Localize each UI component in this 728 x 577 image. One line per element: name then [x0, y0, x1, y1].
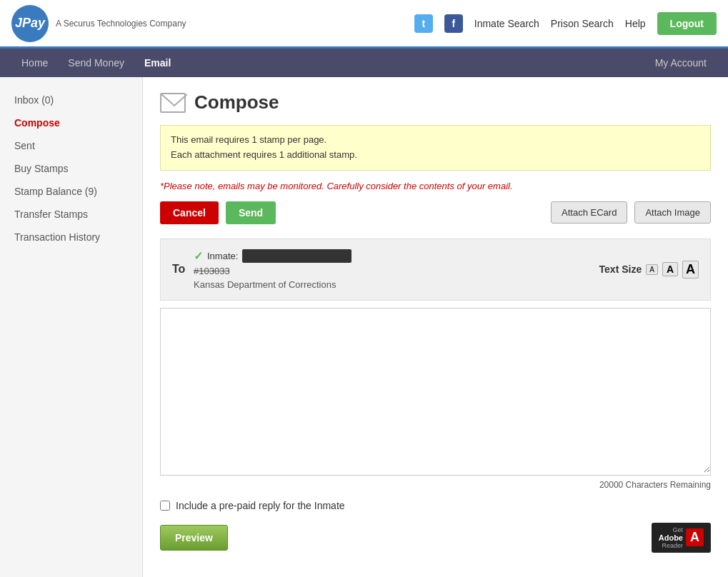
inmate-name: [242, 249, 351, 263]
help-link[interactable]: Help: [625, 18, 646, 29]
adobe-get: Get: [672, 526, 683, 533]
sidebar-item-buy-stamps[interactable]: Buy Stamps: [0, 157, 142, 180]
inmate-line: ✓ Inmate:: [194, 249, 599, 263]
compose-textarea[interactable]: [161, 308, 710, 473]
compose-area-wrapper: [160, 308, 711, 476]
sidebar-item-compose[interactable]: Compose: [0, 111, 142, 134]
adobe-sub: Reader: [662, 542, 683, 549]
nav-email[interactable]: Email: [134, 49, 181, 77]
sidebar-item-stamp-balance[interactable]: Stamp Balance (9): [0, 180, 142, 203]
main-nav: Home Send Money Email My Account: [0, 49, 728, 77]
nav-home[interactable]: Home: [11, 49, 58, 77]
department-name: Kansas Department of Corrections: [194, 279, 599, 290]
send-button[interactable]: Send: [226, 201, 276, 224]
sidebar-item-sent[interactable]: Sent: [0, 134, 142, 157]
attach-image-button[interactable]: Attach Image: [634, 201, 711, 224]
text-size-medium[interactable]: A: [662, 262, 678, 276]
sidebar-item-transfer-stamps[interactable]: Transfer Stamps: [0, 203, 142, 226]
page-title: Compose: [194, 91, 279, 114]
compose-header: Compose: [160, 91, 711, 114]
prepaid-row: Include a pre-paid reply for the Inmate: [160, 500, 711, 511]
text-size-small[interactable]: A: [646, 264, 658, 275]
attach-ecard-button[interactable]: Attach ECard: [551, 201, 627, 224]
char-remaining: 20000 Characters Remaining: [160, 480, 711, 490]
nav-my-account[interactable]: My Account: [645, 49, 717, 77]
top-nav: t f Inmate Search Prison Search Help Log…: [414, 12, 717, 35]
main-content: Compose This email requires 1 stamp per …: [143, 77, 728, 577]
adobe-icon: A: [686, 528, 704, 546]
to-label: To: [172, 263, 194, 276]
adobe-label: Adobe: [659, 533, 683, 542]
text-size-large[interactable]: A: [682, 261, 699, 279]
checkmark-icon: ✓: [194, 249, 203, 263]
nav-send-money[interactable]: Send Money: [58, 49, 134, 77]
logout-button[interactable]: Logout: [657, 12, 717, 35]
sidebar-item-inbox[interactable]: Inbox (0): [0, 89, 142, 111]
inmate-label: Inmate:: [207, 251, 238, 261]
sidebar: Inbox (0) Compose Sent Buy Stamps Stamp …: [0, 77, 143, 577]
info-box: This email requires 1 stamp per page. Ea…: [160, 125, 711, 171]
info-line2: Each attachment requires 1 additional st…: [171, 148, 700, 163]
logo-area: JPay A Securus Technologies Company: [11, 5, 414, 42]
prepaid-label: Include a pre-paid reply for the Inmate: [176, 500, 345, 511]
top-bar: JPay A Securus Technologies Company t f …: [0, 0, 728, 49]
bottom-row: Preview Get Adobe Reader A: [160, 523, 711, 553]
inmate-id: #103033: [194, 266, 599, 276]
prison-search-link[interactable]: Prison Search: [551, 18, 614, 29]
prepaid-checkbox[interactable]: [160, 501, 170, 511]
preview-button[interactable]: Preview: [160, 525, 228, 551]
action-buttons: Cancel Send Attach ECard Attach Image: [160, 201, 711, 224]
info-line1: This email requires 1 stamp per page.: [171, 133, 700, 148]
facebook-icon[interactable]: f: [444, 14, 463, 33]
twitter-icon[interactable]: t: [414, 14, 433, 33]
jpay-logo: JPay: [11, 5, 49, 42]
securus-text: A Securus Technologies Company: [56, 19, 186, 29]
text-size-label: Text Size: [599, 264, 642, 275]
sidebar-item-transaction-history[interactable]: Transaction History: [0, 226, 142, 249]
to-area: To ✓ Inmate: #103033 Kansas Department o…: [160, 239, 711, 301]
warning-text: *Please note, emails may be monitored. C…: [160, 181, 711, 191]
to-info: ✓ Inmate: #103033 Kansas Department of C…: [194, 249, 599, 290]
cancel-button[interactable]: Cancel: [160, 201, 219, 224]
inmate-search-link[interactable]: Inmate Search: [474, 18, 539, 29]
text-size-controls: Text Size A A A: [599, 261, 699, 279]
adobe-badge: Get Adobe Reader A: [652, 523, 711, 553]
content-area: Inbox (0) Compose Sent Buy Stamps Stamp …: [0, 77, 728, 577]
email-icon: [160, 93, 186, 113]
